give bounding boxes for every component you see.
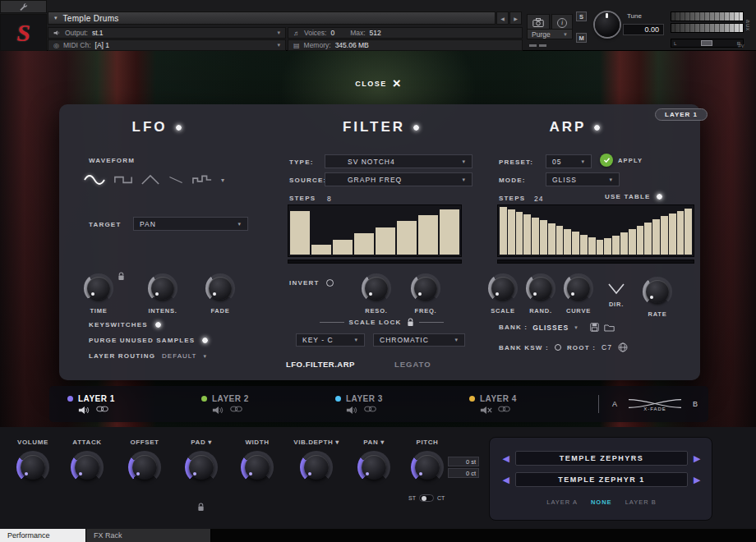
width-knob[interactable]: WIDTH: [231, 439, 284, 484]
arp-enable-led[interactable]: [593, 124, 601, 131]
arp-apply-button[interactable]: APPLY: [600, 154, 643, 167]
layer-3-link-icon[interactable]: [364, 406, 376, 415]
solo-button[interactable]: S: [576, 11, 587, 21]
pad-knob[interactable]: PAD ▾: [175, 439, 228, 484]
random-wave-icon[interactable]: [192, 173, 212, 186]
bank-ksw-led[interactable]: [555, 344, 561, 351]
arp-steps-value[interactable]: 24: [534, 195, 543, 203]
xfade-control[interactable]: A X-FADE B: [612, 397, 698, 411]
triangle-wave-icon[interactable]: [141, 173, 159, 186]
keyboard-globe-icon[interactable]: [618, 342, 628, 352]
arp-rate-knob[interactable]: RATE: [639, 277, 675, 318]
none-option[interactable]: NONE: [591, 498, 612, 506]
arp-direction-control[interactable]: DIR.: [598, 275, 634, 308]
key-dropdown[interactable]: KEY - C ▾: [296, 333, 365, 347]
lfo-fade-knob[interactable]: FADE: [196, 273, 245, 315]
tab-fx-rack[interactable]: FX Rack: [86, 529, 211, 542]
filter-invert-toggle[interactable]: INVERT: [289, 279, 334, 287]
layer-2-speaker-icon[interactable]: [212, 406, 224, 415]
st-ct-toggle[interactable]: ST CT: [408, 494, 445, 502]
vib-depth-knob[interactable]: VIB.DEPTH ▾: [290, 439, 343, 484]
arp-rand-knob[interactable]: RAND.: [523, 273, 559, 315]
filter-step-graph[interactable]: [288, 204, 462, 257]
output-pan-slider[interactable]: L R: [671, 39, 744, 48]
use-table-led[interactable]: [656, 193, 663, 200]
filter-reso-knob[interactable]: RESO.: [352, 273, 401, 315]
layer-2-select[interactable]: LAYER 2: [183, 394, 317, 415]
lfo-target-dropdown[interactable]: PAN ▾: [133, 217, 248, 231]
purge-unused-toggle[interactable]: PURGE UNUSED SAMPLES: [89, 337, 209, 344]
tune-value[interactable]: 0.00: [623, 24, 664, 35]
purge-menu[interactable]: Purge ▼: [527, 29, 573, 39]
filter-type-dropdown[interactable]: SV NOTCH4 ▾: [325, 154, 472, 168]
layer-3-select[interactable]: LAYER 3: [317, 394, 451, 415]
waveform-menu-chevron-icon[interactable]: ▾: [221, 177, 224, 184]
layer-1-speaker-icon[interactable]: [78, 406, 90, 415]
arp-scale-knob[interactable]: SCALE: [485, 273, 521, 315]
root-value[interactable]: C7: [602, 343, 612, 351]
layer-b-option[interactable]: LAYER B: [625, 498, 657, 506]
volume-knob[interactable]: VOLUME: [7, 439, 59, 484]
scale-dropdown[interactable]: CHROMATIC ▾: [373, 333, 465, 347]
filter-source-dropdown[interactable]: GRAPH FREQ ▾: [325, 172, 472, 186]
keyswitches-toggle[interactable]: KEYSWITCHES: [89, 321, 162, 328]
next-instrument-button[interactable]: ▶: [509, 11, 522, 25]
filter-invert-led[interactable]: [326, 279, 334, 287]
purge-unused-led[interactable]: [201, 337, 209, 344]
layer-2-link-icon[interactable]: [230, 406, 242, 415]
offset-knob[interactable]: OFFSET: [118, 439, 171, 484]
arp-mode-dropdown[interactable]: GLISS ▾: [546, 172, 620, 186]
arp-curve-knob[interactable]: CURVE: [560, 273, 597, 315]
time-lock-icon[interactable]: [118, 272, 125, 281]
tab-performance[interactable]: Performance: [0, 529, 86, 542]
preset-name-1[interactable]: TEMPLE ZEPHYRS: [515, 451, 688, 466]
arp-preset-dropdown[interactable]: 05 ▾: [546, 154, 592, 168]
prev-instrument-button[interactable]: ◀: [496, 11, 509, 25]
layer-routing-select[interactable]: LAYER ROUTING DEFAULT ▾: [89, 352, 206, 360]
prev-preset-arrow-2[interactable]: ◀: [503, 475, 509, 485]
pan-slider-handle[interactable]: [701, 40, 712, 46]
layer-4-select[interactable]: LAYER 4: [451, 394, 585, 415]
sine-wave-icon[interactable]: [84, 173, 105, 186]
layer-4-speaker-muted-icon[interactable]: [480, 406, 492, 415]
arp-step-graph[interactable]: [497, 204, 694, 257]
lfo-enable-led[interactable]: [175, 124, 182, 131]
next-preset-arrow-1[interactable]: ▶: [694, 453, 700, 464]
mute-button[interactable]: M: [576, 33, 587, 43]
save-bank-icon[interactable]: [590, 323, 599, 332]
pad-lock-icon[interactable]: [197, 503, 205, 512]
bank-value[interactable]: GLISSES: [532, 324, 569, 332]
tab-legato[interactable]: LEGATO: [394, 360, 431, 369]
lfo-time-knob[interactable]: TIME: [74, 273, 123, 315]
prev-preset-arrow-1[interactable]: ◀: [503, 453, 509, 464]
preset-name-2[interactable]: TEMPLE ZEPHYR 1: [515, 472, 688, 487]
chevron-down-icon[interactable]: ▼: [574, 325, 579, 330]
layer-1-select[interactable]: LAYER 1: [49, 394, 183, 415]
saw-wave-icon[interactable]: [168, 173, 183, 186]
pitch-cent-value[interactable]: 0 ct: [448, 468, 479, 478]
layer-1-link-icon[interactable]: [96, 406, 108, 415]
lfo-intensity-knob[interactable]: INTENS.: [138, 273, 187, 315]
load-bank-folder-icon[interactable]: [604, 324, 615, 332]
pitch-knob[interactable]: PITCH: [401, 439, 454, 484]
filter-freq-knob[interactable]: FREQ.: [401, 273, 450, 315]
close-overlay-button[interactable]: CLOSE ×: [0, 76, 756, 90]
tune-knob[interactable]: [595, 12, 620, 37]
layer-3-speaker-icon[interactable]: [346, 406, 358, 415]
filter-steps-value[interactable]: 8: [327, 195, 332, 203]
midi-channel-select[interactable]: ◎ MIDI Ch: [A] 1 ▾: [48, 39, 286, 51]
layer-4-link-icon[interactable]: [498, 406, 510, 415]
square-wave-icon[interactable]: [114, 173, 132, 186]
pitch-semitone-value[interactable]: 0 st: [448, 457, 479, 466]
attack-knob[interactable]: ATTACK: [61, 439, 113, 484]
next-preset-arrow-2[interactable]: ▶: [694, 475, 700, 485]
instrument-title-bar[interactable]: ▾ Temple Drums: [48, 11, 496, 25]
pan-knob[interactable]: PAN ▾: [348, 439, 400, 484]
st-ct-switch[interactable]: [419, 494, 434, 502]
filter-enable-led[interactable]: [413, 124, 420, 131]
use-table-toggle[interactable]: USE TABLE: [605, 193, 663, 200]
output-select[interactable]: Output: st.1 ▾: [48, 27, 286, 39]
tab-lfo-filter-arp[interactable]: LFO.FILTER.ARP: [286, 360, 355, 369]
layer-a-option[interactable]: LAYER A: [546, 498, 578, 506]
tools-button[interactable]: [0, 0, 47, 13]
